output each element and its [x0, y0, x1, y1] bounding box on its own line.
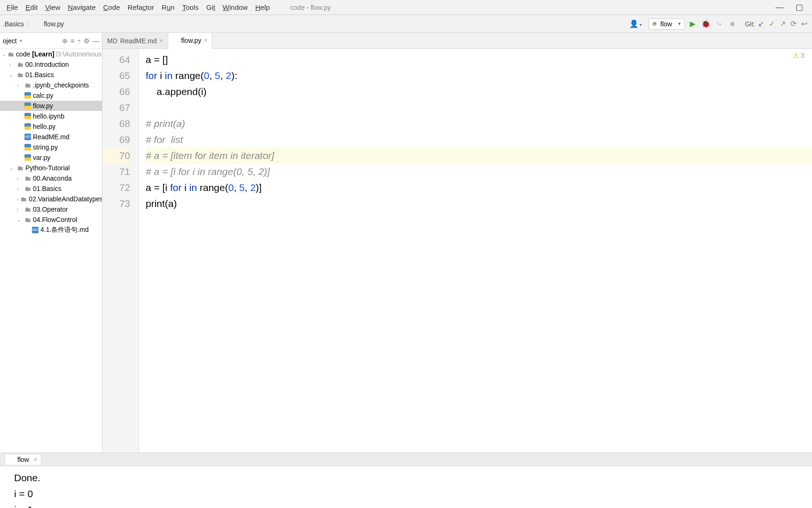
- menu-tools[interactable]: Tools: [179, 1, 203, 13]
- menu-navigate[interactable]: Navigate: [64, 1, 99, 13]
- warning-indicator[interactable]: ⚠ 3: [793, 52, 804, 59]
- menu-help[interactable]: Help: [251, 1, 273, 13]
- navigation-bar: .Basics 〉 flow.py 👤 flow ▶ 🐞 ⤷ ■ Git: ↙ …: [0, 15, 812, 33]
- tree-item[interactable]: ⌄🖿01.Basics: [0, 70, 102, 80]
- tree-item[interactable]: ›🖿03.Operator: [0, 204, 102, 214]
- menu-view[interactable]: View: [41, 1, 64, 13]
- tree-item[interactable]: ›🖿.ipynb_checkpoints: [0, 80, 102, 90]
- tree-item[interactable]: ›🖿02.VariableAndDatatypes: [0, 194, 102, 204]
- tree-item[interactable]: hello.ipynb: [0, 111, 102, 121]
- run-tab[interactable]: flow ×: [5, 454, 41, 465]
- collapse-icon[interactable]: ÷: [77, 37, 81, 45]
- coverage-button[interactable]: ⤷: [714, 19, 724, 29]
- menu-git[interactable]: Git: [203, 1, 219, 13]
- menu-file[interactable]: File: [3, 1, 22, 13]
- tree-item[interactable]: ⌄🖿04.FlowControl: [0, 214, 102, 225]
- git-push-icon[interactable]: ↗: [780, 19, 786, 28]
- debug-button[interactable]: 🐞: [701, 19, 711, 29]
- tree-item[interactable]: string.py: [0, 142, 102, 152]
- minimize-button[interactable]: —: [770, 3, 789, 12]
- git-commit-icon[interactable]: ✓: [769, 19, 775, 28]
- user-icon[interactable]: 👤: [629, 19, 642, 28]
- editor-tab[interactable]: MDReadME.md×: [102, 33, 168, 48]
- menu-refactor[interactable]: Refactor: [124, 1, 158, 13]
- project-tree[interactable]: ⌄🖿 code [Learn] D:\AutonomousDriv ›🖿00.I…: [0, 49, 102, 235]
- menu-bar: FileEditViewNavigateCodeRefactorRunTools…: [0, 0, 812, 15]
- tree-item[interactable]: flow.py: [0, 101, 102, 111]
- run-config-select[interactable]: flow: [648, 18, 685, 30]
- run-button[interactable]: ▶: [687, 19, 698, 29]
- tree-item[interactable]: ›🖿00.Introduction: [0, 59, 102, 70]
- stop-button[interactable]: ■: [727, 19, 737, 29]
- tree-item[interactable]: calc.py: [0, 90, 102, 101]
- project-toolwindow: oject ▾ ⊕ ≡ ÷ ⚙ — ⌄🖿 code [Learn] D:\Aut…: [0, 33, 102, 452]
- line-gutter: 64656667686970717273: [102, 49, 139, 452]
- git-label: Git:: [745, 20, 755, 28]
- breadcrumb-folder[interactable]: .Basics: [3, 20, 24, 28]
- maximize-button[interactable]: ▢: [789, 2, 809, 12]
- hide-icon[interactable]: —: [93, 37, 99, 45]
- editor-pane: MDReadME.md×flow.py× 6465666768697071727…: [102, 33, 812, 452]
- tree-item[interactable]: ›🖿01.Basics: [0, 183, 102, 194]
- tree-item[interactable]: ›🖿00.Anaconda: [0, 173, 102, 183]
- git-history-icon[interactable]: ⟳: [790, 19, 796, 28]
- python-icon: [36, 21, 42, 27]
- close-icon[interactable]: ×: [204, 37, 207, 44]
- menu-code[interactable]: Code: [100, 1, 124, 13]
- python-icon: [9, 457, 15, 462]
- menu-window[interactable]: Window: [219, 1, 251, 13]
- git-toolbar: ↙ ✓ ↗ ⟳ ↩: [758, 19, 807, 28]
- target-icon[interactable]: ⊕: [62, 37, 68, 45]
- git-rollback-icon[interactable]: ↩: [801, 19, 807, 28]
- git-pull-icon[interactable]: ↙: [758, 19, 764, 28]
- tree-item[interactable]: MDReadME.md: [0, 132, 102, 142]
- tree-item[interactable]: var.py: [0, 152, 102, 163]
- breadcrumb-file[interactable]: flow.py: [36, 20, 64, 28]
- run-tab-bar: flow ×: [0, 453, 812, 466]
- breadcrumb: .Basics 〉 flow.py: [0, 20, 64, 28]
- run-toolwindow: flow × Done.i = 0i = 1[0, 2, 4]Process f…: [0, 452, 812, 508]
- tree-root[interactable]: ⌄🖿 code [Learn] D:\AutonomousDriv: [0, 49, 102, 59]
- console-output[interactable]: Done.i = 0i = 1[0, 2, 4]Process finished…: [0, 466, 812, 508]
- tree-item[interactable]: MD4.1.条件语句.md: [0, 225, 102, 235]
- close-icon[interactable]: ×: [34, 456, 37, 463]
- menu-edit[interactable]: Edit: [22, 1, 41, 13]
- expand-icon[interactable]: ≡: [70, 37, 74, 45]
- close-icon[interactable]: ×: [160, 38, 163, 44]
- code-area[interactable]: a = []for i in range(0, 5, 2): a.append(…: [139, 49, 812, 452]
- menu-run[interactable]: Run: [158, 1, 179, 13]
- window-title: code - flow.py: [290, 4, 331, 11]
- project-header: oject ▾ ⊕ ≡ ÷ ⚙ —: [0, 33, 102, 49]
- editor-tab[interactable]: flow.py×: [168, 33, 213, 49]
- editor-body[interactable]: 64656667686970717273 a = []for i in rang…: [102, 49, 812, 452]
- settings-icon[interactable]: ⚙: [84, 37, 90, 45]
- tree-item[interactable]: hello.py: [0, 121, 102, 132]
- editor-tabs: MDReadME.md×flow.py×: [102, 33, 812, 49]
- tree-item[interactable]: ⌄🖿Python-Tutorial: [0, 163, 102, 173]
